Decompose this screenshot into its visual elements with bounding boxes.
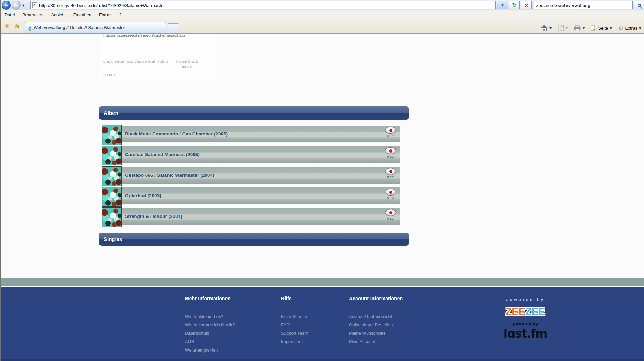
page-content: http://img.zeezee.de/search/cache/music1… (0, 34, 644, 278)
page-footer: Mehr Informationen Wie funktioniert es? … (0, 287, 644, 361)
rec-button[interactable]: REC (384, 147, 397, 159)
home-icon[interactable] (541, 25, 548, 31)
footer-link[interactable]: Wie funktioniert es? (185, 312, 235, 321)
favorites-star-icon[interactable]: ★ (4, 23, 10, 29)
search-icon (638, 4, 641, 7)
refresh-icon: ↻ (512, 2, 517, 8)
rec-button[interactable]: REC (384, 189, 397, 200)
album-thumbnail[interactable] (102, 146, 122, 165)
browser-chrome: ← → ▼ e ▼ ↻ × Datei Bearbeiten Ansicht F… (0, 0, 644, 34)
album-title-link[interactable]: Gestapo 666 / Satanic Warmaster (2004) (122, 167, 400, 184)
zeezee-logo-right: ZEE (525, 306, 545, 317)
seite-dropdown-icon[interactable]: ▼ (610, 27, 612, 30)
search-field[interactable] (534, 1, 633, 9)
footer-link[interactable]: Datenschutz (185, 329, 235, 338)
forward-button[interactable]: → (12, 1, 21, 10)
chevron-down-icon: ▼ (501, 3, 504, 7)
url-input[interactable] (39, 3, 495, 8)
footer-column-mehr-informationen: Mehr Informationen Wie funktioniert es? … (185, 296, 235, 354)
powered-by-zeezee-label: powered by (496, 297, 555, 302)
album-thumbnail[interactable] (102, 207, 122, 227)
extras-dropdown-icon[interactable]: ▼ (639, 27, 641, 30)
footer-link[interactable]: Erste Schritte (281, 312, 308, 321)
artist-info-box: http://img.zeezee.de/search/cache/music1… (99, 27, 216, 81)
footer-column-title: Hilfe (281, 296, 308, 301)
search-input[interactable] (536, 3, 632, 8)
feeds-dropdown-icon[interactable]: ▼ (565, 27, 568, 30)
artist-image-caption: http://img.zeezee.de/search/cache/music1… (103, 33, 212, 37)
zeezee-logo[interactable]: ZEEZEE (496, 307, 555, 317)
footer-link[interactable]: Onlineshop / Bestellen (349, 321, 403, 329)
rec-button[interactable]: REC (384, 127, 397, 138)
footer-logos: powered by ZEEZEE powered by lɑst.fm (496, 297, 555, 340)
footer-link[interactable]: Account/Tarifübersicht (349, 312, 403, 321)
history-dropdown-icon[interactable]: ▼ (22, 4, 24, 7)
tag-link[interactable]: black metal (103, 59, 124, 64)
seite-button[interactable]: Seite (598, 26, 608, 31)
footer-link[interactable]: Wie bekomme ich Musik? (185, 321, 235, 329)
print-icon[interactable] (574, 25, 581, 31)
footer-link[interactable]: FAQ (281, 321, 308, 329)
album-title-link[interactable]: Strength & Honour (2001) (122, 208, 400, 225)
tag-link[interactable]: nsbm (158, 59, 168, 64)
album-row: Carelian Satanist Madness (2005) REC (102, 146, 400, 165)
rec-button[interactable]: REC (384, 209, 397, 220)
new-tab-button[interactable] (168, 23, 179, 33)
tab-title: Wehrverwaltung // Details // Satanic War… (34, 25, 125, 30)
footer-link[interactable]: AGB (185, 338, 235, 346)
menu-item-hilfe[interactable]: ? (115, 10, 125, 20)
menu-item-ansicht[interactable]: Ansicht (47, 10, 69, 20)
tag-link[interactable]: finnish black metal (171, 59, 202, 69)
record-icon (385, 168, 396, 175)
feeds-icon[interactable] (558, 25, 564, 31)
add-favorite-icon[interactable]: ★+ (14, 23, 20, 29)
lastfm-logo[interactable]: lɑst.fm (496, 327, 555, 340)
album-row: Black Metal Commando / Gas Chamber (2005… (102, 125, 400, 145)
print-dropdown-icon[interactable]: ▼ (583, 27, 585, 30)
address-bar: ← → ▼ e ▼ ↻ × (0, 0, 644, 10)
footer-link[interactable]: Impressum (281, 338, 308, 346)
album-bar: Strength & Honour (2001) REC (122, 208, 400, 225)
menu-item-favoriten[interactable]: Favoriten (69, 10, 95, 20)
close-icon: × (524, 2, 528, 8)
rec-label: REC (384, 134, 397, 138)
powered-by-lastfm-label: powered by (496, 321, 555, 326)
back-arrow-icon: ← (4, 3, 9, 8)
menu-item-datei[interactable]: Datei (1, 10, 18, 20)
url-field[interactable]: e (30, 1, 496, 9)
plus-icon: + (17, 25, 20, 29)
page-icon[interactable] (591, 25, 596, 31)
footer-link[interactable]: Support Team (281, 329, 308, 338)
albums-section-header: Alben (99, 106, 409, 120)
album-thumbnail[interactable] (102, 125, 122, 145)
singles-section-header: Singles (99, 233, 409, 246)
tag-link[interactable]: finnish (103, 72, 212, 76)
search-go-button[interactable] (634, 1, 644, 9)
album-thumbnail[interactable] (102, 187, 122, 207)
album-title-link[interactable]: Opferblut (2003) (122, 187, 400, 204)
refresh-button[interactable]: ↻ (509, 1, 520, 9)
album-thumbnail[interactable] (102, 166, 122, 186)
tab-active[interactable]: e Wehrverwaltung // Details // Satanic W… (25, 22, 166, 33)
menu-item-extras[interactable]: Extras (95, 10, 115, 20)
tag-link[interactable]: raw black metal (127, 59, 155, 64)
record-icon (385, 189, 396, 196)
footer-link[interactable]: Meine Wunschliste (349, 329, 403, 338)
command-bar: ▼ ▼ ▼ Seite ▼ ⚙ Extras ▼ (541, 25, 641, 31)
album-bar: Gestapo 666 / Satanic Warmaster (2004) R… (122, 167, 400, 184)
rec-button[interactable]: REC (384, 168, 397, 179)
menu-item-bearbeiten[interactable]: Bearbeiten (18, 10, 47, 20)
forward-arrow-icon: → (14, 3, 18, 8)
footer-link[interactable]: Weiterempfehlen (185, 346, 235, 354)
stop-button[interactable]: × (521, 1, 532, 9)
footer-column-title: Account-Informationen (349, 296, 403, 301)
address-dropdown-button[interactable]: ▼ (497, 1, 508, 9)
gear-icon[interactable]: ⚙ (618, 25, 623, 31)
back-button[interactable]: ← (2, 1, 11, 10)
extras-button[interactable]: Extras (625, 26, 637, 31)
album-title-link[interactable]: Black Metal Commando / Gas Chamber (2005… (122, 126, 400, 142)
footer-link[interactable]: Mein Account (349, 338, 403, 346)
album-title-link[interactable]: Carelian Satanist Madness (2005) (122, 146, 400, 163)
ie-logo-icon: e (28, 25, 31, 30)
home-dropdown-icon[interactable]: ▼ (549, 27, 552, 30)
